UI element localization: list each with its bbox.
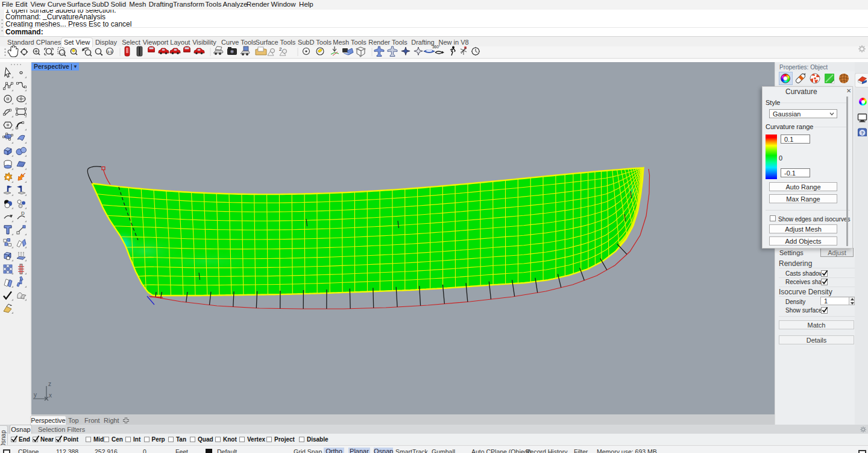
svg-text:?: ? xyxy=(861,130,864,136)
svg-text:z: z xyxy=(48,381,51,387)
svg-text:1:1: 1:1 xyxy=(107,50,113,54)
svg-text:2: 2 xyxy=(279,46,282,52)
svg-text:x: x xyxy=(49,392,52,399)
svg-text:y: y xyxy=(34,391,37,398)
svg-text:D: D xyxy=(21,211,25,216)
svg-text:360°: 360° xyxy=(432,45,441,49)
